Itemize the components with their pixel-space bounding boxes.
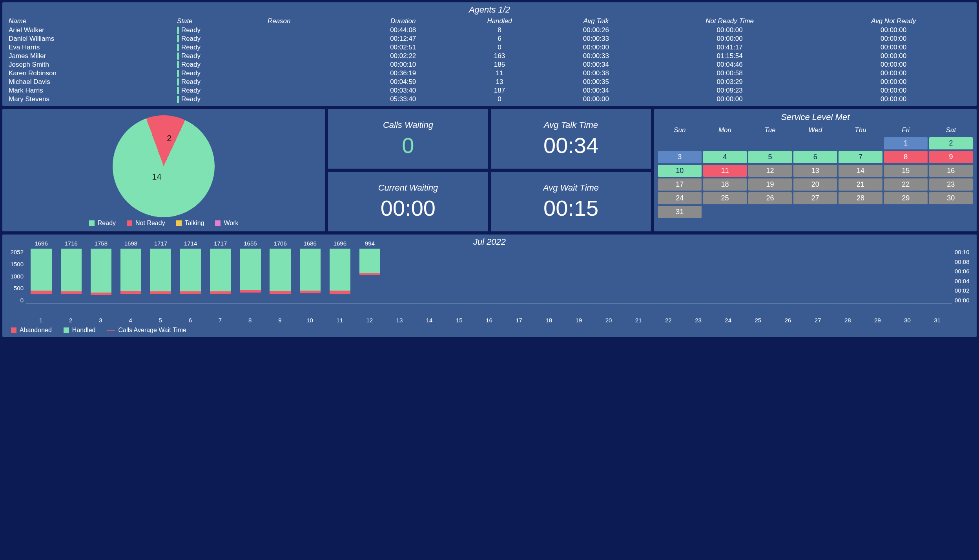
agents-title: Agents 1/2 xyxy=(6,4,973,16)
calendar-day-header: Thu xyxy=(839,125,882,136)
x-tick: 1 xyxy=(26,315,56,324)
calendar-cell[interactable]: 22 xyxy=(884,178,928,191)
avg-talk-value: 00:34 xyxy=(543,133,598,158)
cell-duration: 00:03:40 xyxy=(354,86,452,95)
calendar-cell[interactable]: 12 xyxy=(748,165,792,177)
col-anr: Avg Not Ready xyxy=(814,16,973,26)
bar-abandoned-segment xyxy=(150,291,171,294)
x-tick: 7 xyxy=(205,315,235,324)
calendar-cell[interactable]: 25 xyxy=(703,192,747,204)
bar-slot xyxy=(863,249,893,303)
cell-reason xyxy=(265,52,354,60)
calendar-cell[interactable]: 4 xyxy=(703,151,747,163)
cell-handled: 0 xyxy=(452,95,547,104)
cell-handled: 13 xyxy=(452,78,547,86)
calendar-cell[interactable]: 7 xyxy=(839,151,882,163)
calendar-day-header: Sat xyxy=(929,125,973,136)
calendar-cell[interactable]: 21 xyxy=(839,178,882,191)
bar-slot: 994 xyxy=(355,249,385,303)
cell-state: Ready xyxy=(175,52,265,60)
calendar-cell[interactable]: 30 xyxy=(929,192,973,204)
calendar-cell[interactable]: 31 xyxy=(658,206,702,218)
x-tick: 19 xyxy=(564,315,594,324)
calendar-cell[interactable]: 26 xyxy=(748,192,792,204)
calendar-grid: SunMonTueWedThuFriSat1234567891011121314… xyxy=(658,125,973,218)
calendar-cell[interactable]: 16 xyxy=(929,165,973,177)
bar-value-label: 1655 xyxy=(244,240,257,247)
bar-abandoned-segment xyxy=(210,291,231,294)
bar-value-label: 1696 xyxy=(35,240,47,247)
cell-avgtalk: 00:00:35 xyxy=(547,78,645,86)
cell-anr: 00:00:00 xyxy=(814,43,973,52)
table-row: Michael Davis Ready 00:04:59 13 00:00:35… xyxy=(6,78,973,86)
y2-tick: 00:10 xyxy=(955,249,972,255)
calendar-cell[interactable]: 5 xyxy=(748,151,792,163)
calendar-cell[interactable]: 1 xyxy=(884,137,928,149)
table-row: Joseph Smith Ready 00:00:10 185 00:00:34… xyxy=(6,60,973,69)
x-tick: 6 xyxy=(175,315,205,324)
x-tick: 5 xyxy=(146,315,175,324)
cell-avgtalk: 00:00:34 xyxy=(547,86,645,95)
calendar-cell[interactable]: 8 xyxy=(884,151,928,163)
line-icon xyxy=(107,330,115,331)
col-state: State xyxy=(175,16,265,26)
calendar-cell[interactable]: 18 xyxy=(703,178,747,191)
cell-handled: 0 xyxy=(452,43,547,52)
cell-name: Mary Stevens xyxy=(6,95,175,104)
cell-nrt: 00:00:00 xyxy=(645,26,814,35)
cell-reason xyxy=(265,35,354,43)
y2-tick: 00:02 xyxy=(955,287,972,294)
avg-wait-value: 00:15 xyxy=(543,195,598,221)
bar-slot xyxy=(534,249,564,303)
table-row: Mark Harris Ready 00:03:40 187 00:00:34 … xyxy=(6,86,973,95)
bar-value-label: 1717 xyxy=(214,240,227,247)
x-tick: 8 xyxy=(235,315,265,324)
bar-slot xyxy=(594,249,623,303)
bar-handled-segment xyxy=(240,249,261,290)
bar-value-label: 994 xyxy=(365,240,375,247)
calendar-cell[interactable]: 19 xyxy=(748,178,792,191)
y2-tick: 00:06 xyxy=(955,268,972,275)
calendar-cell[interactable]: 27 xyxy=(793,192,837,204)
calendar-cell[interactable]: 9 xyxy=(929,151,973,163)
calendar-cell[interactable]: 23 xyxy=(929,178,973,191)
bar-handled-segment xyxy=(270,249,290,291)
legend-handled: Handled xyxy=(64,327,96,334)
legend-ready: Ready xyxy=(89,220,116,227)
calendar-day-header: Wed xyxy=(793,125,837,136)
cell-nrt: 00:04:46 xyxy=(645,60,814,69)
bar-slot: 1706 xyxy=(265,249,295,303)
calendar-cell[interactable]: 20 xyxy=(793,178,837,191)
cell-state: Ready xyxy=(175,69,265,78)
col-reason: Reason xyxy=(265,16,354,26)
calendar-cell[interactable]: 29 xyxy=(884,192,928,204)
bar-handled-segment xyxy=(359,249,380,273)
calendar-cell[interactable]: 11 xyxy=(703,165,747,177)
calendar-cell[interactable]: 6 xyxy=(793,151,837,163)
x-tick: 21 xyxy=(623,315,653,324)
calendar-cell[interactable]: 17 xyxy=(658,178,702,191)
x-tick: 4 xyxy=(115,315,145,324)
y2-tick: 00:04 xyxy=(955,278,972,284)
calendar-cell[interactable]: 2 xyxy=(929,137,973,149)
calendar-cell[interactable]: 13 xyxy=(793,165,837,177)
cell-handled: 187 xyxy=(452,86,547,95)
bar-abandoned-segment xyxy=(31,291,51,293)
calendar-cell[interactable]: 28 xyxy=(839,192,882,204)
metric-current-waiting: Current Waiting 00:00 xyxy=(328,172,488,231)
y-axis-right: 00:1000:0800:0600:0400:0200:00 xyxy=(952,249,972,304)
calendar-cell[interactable]: 15 xyxy=(884,165,928,177)
calendar-cell[interactable]: 10 xyxy=(658,165,702,177)
calendar-cell[interactable]: 24 xyxy=(658,192,702,204)
bar-slot: 1696 xyxy=(325,249,355,303)
bar-slot xyxy=(385,249,415,303)
cell-name: Joseph Smith xyxy=(6,60,175,69)
calendar-cell[interactable]: 3 xyxy=(658,151,702,163)
bar-legend: Abandoned Handled Calls Average Wait Tim… xyxy=(7,324,972,334)
x-tick: 23 xyxy=(683,315,713,324)
state-indicator-icon xyxy=(177,96,179,103)
cell-anr: 00:00:00 xyxy=(814,60,973,69)
calendar-cell[interactable]: 14 xyxy=(839,165,882,177)
pie-legend: Ready Not Ready Talking Work xyxy=(89,217,239,227)
x-tick: 24 xyxy=(713,315,743,324)
